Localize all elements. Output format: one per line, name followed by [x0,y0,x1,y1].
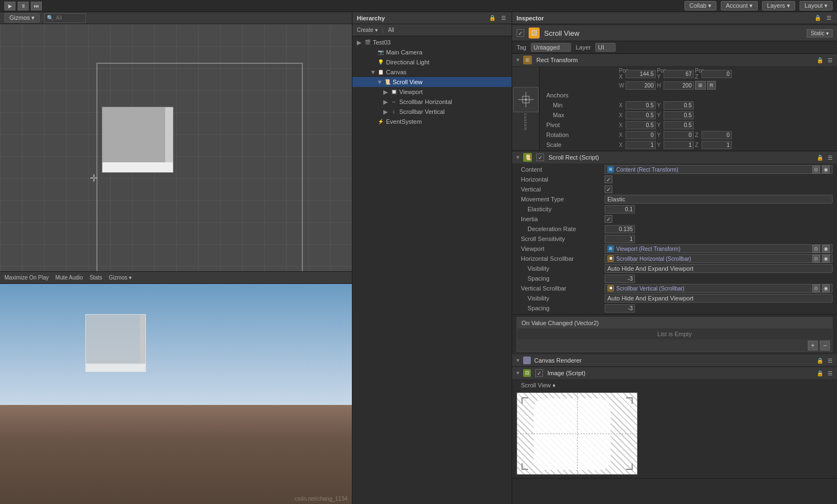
scale-y-input[interactable] [664,141,694,149]
image-script-header[interactable]: ▼ 🖼 ✓ Image (Script) 🔒 ☰ [512,367,837,379]
blueprint-button[interactable]: ⊞ [695,81,706,90]
scale-x-input[interactable] [626,141,656,149]
add-event-btn[interactable]: + [808,341,818,350]
rect-transform-menu[interactable]: ☰ [826,56,834,64]
on-value-changed-body: List is Empty [517,328,832,339]
elasticity-input[interactable] [605,205,635,213]
viewport-ref-pick-btn[interactable]: ◉ [822,245,830,253]
tag-dropdown[interactable]: Untagged [531,43,572,52]
v-scrollbar-ref-text: Scrollbar Vertical (Scrollbar) [616,286,810,292]
canvas-renderer-header[interactable]: ▼ Canvas Renderer 🔒 ☰ [512,354,837,366]
content-ref-btn[interactable]: ⊙ [812,166,820,173]
scroll-sensitivity-input[interactable] [605,235,635,243]
image-script-menu[interactable]: ☰ [826,369,834,377]
canvas-renderer-section: ▼ Canvas Renderer 🔒 ☰ [512,354,837,367]
size-fields: W H ⊞ R [619,81,835,90]
pos-x-input[interactable] [626,70,656,78]
collab-button[interactable]: Collab ▾ [684,1,716,10]
hierarchy-menu-icon[interactable]: ☰ [499,14,507,22]
canvas-renderer-lock[interactable]: 🔒 [816,357,824,364]
v-scrollbar-ref-pick-btn[interactable]: ◉ [822,284,830,292]
scroll-rect-header[interactable]: ▼ 📜 ✓ Scroll Rect (Script) 🔒 ☰ [512,151,837,163]
scroll-rect-lock[interactable]: 🔒 [816,154,824,161]
canvas-renderer-menu[interactable]: ☰ [826,357,834,364]
hierarchy-item-scrollbar-horizontal[interactable]: ▶ ↔ Scrollbar Horizontal [352,97,512,107]
decel-rate-input[interactable] [605,225,635,233]
canvas-icon: 📋 [377,68,384,76]
inspector-menu-icon[interactable]: ☰ [825,14,833,22]
hierarchy-lock-icon[interactable]: 🔒 [488,14,496,22]
rotation-x-input[interactable] [626,131,656,139]
hierarchy-item-main-camera[interactable]: ▶ 📷 Main Camera [352,47,512,57]
anchor-min-x-input[interactable] [626,101,656,109]
gizmos-button[interactable]: Gizmos ▾ [4,13,40,23]
horizontal-checkbox[interactable]: ✓ [605,176,612,183]
inertia-checkbox[interactable]: ✓ [605,215,612,223]
rect-transform-lock[interactable]: 🔒 [816,56,824,64]
anchor-icon-box[interactable] [513,87,539,112]
h-spacing-input[interactable] [605,275,635,283]
movement-type-dropdown[interactable]: Elastic [605,195,833,204]
game-canvas[interactable]: csdn.net/chang_1134 [0,284,352,504]
h-scrollbar-ref-pick-btn[interactable]: ◉ [822,255,830,262]
h-scrollbar-ref-btn[interactable]: ⊙ [812,255,820,262]
reset-button[interactable]: R [707,81,716,90]
v-scrollbar-ref-btn[interactable]: ⊙ [812,284,820,292]
vertical-checkbox[interactable]: ✓ [605,185,612,193]
layers-button[interactable]: Layers ▾ [762,1,795,10]
scene-scroll-view-object[interactable] [102,107,173,173]
account-button[interactable]: Account ▾ [721,1,758,10]
scroll-rect-menu[interactable]: ☰ [826,154,834,161]
pos-y-input[interactable] [664,70,694,78]
image-script-lock[interactable]: 🔒 [816,369,824,377]
scroll-rect-enable-checkbox[interactable]: ✓ [536,154,544,161]
pivot-x-input[interactable] [626,121,656,129]
anchor-max-x-input[interactable] [626,111,656,119]
layout-button[interactable]: Layout ▾ [800,1,833,10]
hierarchy-item-directional-light[interactable]: ▶ 💡 Directional Light [352,57,512,67]
scale-z-input[interactable] [702,141,732,149]
v-scrollbar-label: Vertical Scrollbar [517,285,605,292]
h-visibility-dropdown[interactable]: Auto Hide And Expand Viewport [605,264,833,273]
pause-button[interactable]: ⏸ [18,2,29,10]
rect-transform-header[interactable]: ▼ ⊞ Rect Transform 🔒 ☰ [512,54,837,66]
v-spacing-input[interactable] [605,304,635,313]
width-input[interactable] [626,81,656,90]
hierarchy-item-event-system[interactable]: ▶ ⚡ EventSystem [352,117,512,127]
hierarchy-item-scrollbar-vertical[interactable]: ▶ ↕ Scrollbar Vertical [352,107,512,117]
rotation-z-input[interactable] [702,131,732,139]
static-button[interactable]: Static ▾ [807,29,833,37]
hierarchy-label-main-camera: Main Camera [386,49,422,56]
stats-btn[interactable]: Stats [90,275,102,281]
remove-event-btn[interactable]: − [820,341,830,350]
anchor-min-y-input[interactable] [664,101,694,109]
maximize-on-play-btn[interactable]: Maximize On Play [4,275,49,281]
height-input[interactable] [664,81,694,90]
v-visibility-dropdown[interactable]: Auto Hide And Expand Viewport [605,294,833,303]
inspector-lock-icon[interactable]: 🔒 [814,14,822,22]
scene-search-input[interactable] [56,15,83,21]
scale-x-axis: X [619,142,624,148]
play-button[interactable]: ▶ [4,2,15,10]
layer-dropdown[interactable]: UI [595,43,616,52]
image-script-enable-checkbox[interactable]: ✓ [535,369,543,377]
scroll-view-enable-checkbox[interactable]: ✓ [517,29,524,37]
hierarchy-item-scroll-view[interactable]: ▼ 📜 Scroll View [352,77,512,87]
rotation-y-input[interactable] [664,131,694,139]
pos-z-input[interactable] [702,70,732,78]
rect-transform-section: ▼ ⊞ Rect Transform 🔒 ☰ [512,54,837,151]
scene-canvas[interactable]: ✛ [0,24,352,271]
hierarchy-item-viewport[interactable]: ▶ 🔲 Viewport [352,87,512,97]
anchor-max-y-input[interactable] [664,111,694,119]
step-button[interactable]: ⏭ [31,2,42,10]
viewport-ref-icon: ⊞ [607,245,614,252]
hierarchy-item-test03[interactable]: ▶ 🎬 Test03 [352,37,512,47]
content-ref-pick-btn[interactable]: ◉ [822,166,830,173]
hierarchy-item-canvas[interactable]: ▼ 📋 Canvas [352,67,512,77]
gizmos-bottom-btn[interactable]: Gizmos ▾ [108,275,132,281]
pivot-y-input[interactable] [664,121,694,129]
hierarchy-create-btn[interactable]: Create ▾ [357,27,378,33]
viewport-ref-btn[interactable]: ⊙ [812,245,820,253]
hierarchy-all-btn[interactable]: All [388,27,394,33]
mute-audio-btn[interactable]: Mute Audio [56,275,83,281]
